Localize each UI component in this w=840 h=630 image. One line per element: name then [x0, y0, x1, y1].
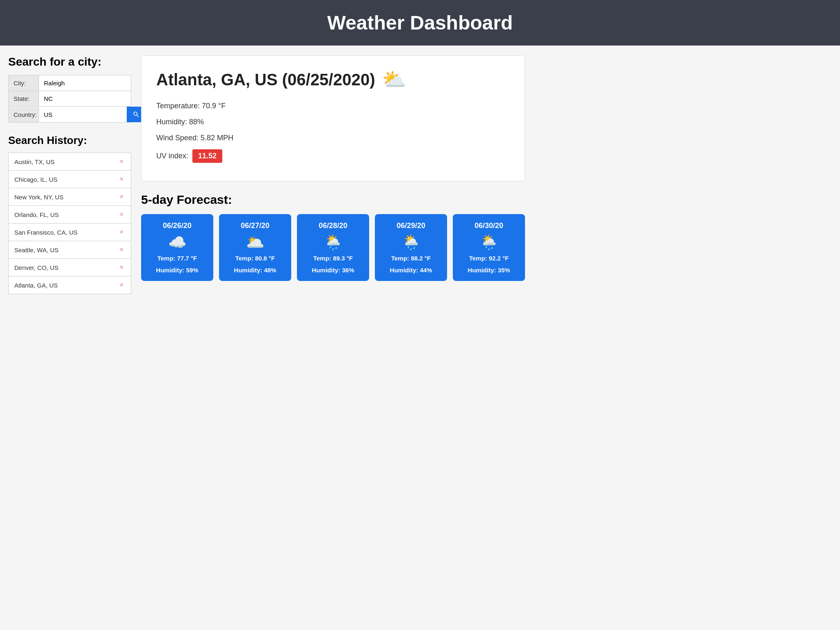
forecast-humidity: Humidity: 44% — [390, 267, 432, 274]
uv-label: UV index: — [156, 152, 188, 160]
city-name: Atlanta, GA, US (06/25/2020) — [156, 71, 375, 89]
city-header: Atlanta, GA, US (06/25/2020) ⛅ — [156, 68, 510, 91]
history-item-label: Seattle, WA, US — [14, 247, 59, 253]
forecast-icon: 🌦️ — [480, 235, 498, 250]
forecast-temp: Temp: 88.2 °F — [391, 255, 431, 262]
city-label: City: — [9, 75, 39, 91]
history-item-label: San Fransisco, CA, US — [14, 229, 78, 236]
forecast-temp: Temp: 92.2 °F — [469, 255, 509, 262]
history-item-label: New York, NY, US — [14, 194, 64, 201]
app-header: Weather Dashboard — [0, 0, 840, 46]
history-item[interactable]: Orlando, FL, US × — [8, 205, 131, 224]
history-remove-button[interactable]: × — [118, 158, 125, 165]
forecast-temp: Temp: 89.3 °F — [313, 255, 353, 262]
forecast-humidity: Humidity: 35% — [468, 267, 510, 274]
forecast-humidity: Humidity: 36% — [312, 267, 354, 274]
state-row: State: — [8, 91, 131, 107]
history-item[interactable]: New York, NY, US × — [8, 188, 131, 206]
forecast-temp: Temp: 80.8 °F — [235, 255, 275, 262]
country-label: Country: — [9, 107, 39, 122]
history-label: Search History: — [8, 134, 131, 147]
history-list: Austin, TX, US × Chicago, IL, US × New Y… — [8, 153, 131, 294]
history-item-label: Denver, CO, US — [14, 264, 59, 271]
history-remove-button[interactable]: × — [118, 176, 125, 183]
uv-index-row: UV index: 11.52 — [156, 149, 510, 163]
history-remove-button[interactable]: × — [118, 228, 125, 236]
current-weather-card: Atlanta, GA, US (06/25/2020) ⛅ Temperatu… — [141, 55, 525, 181]
forecast-date: 06/27/20 — [241, 221, 269, 230]
forecast-card: 06/27/20 🌥️ Temp: 80.8 °F Humidity: 48% — [219, 214, 291, 281]
app-title: Weather Dashboard — [8, 11, 832, 34]
forecast-icon: ☁️ — [168, 235, 187, 250]
forecast-humidity: Humidity: 59% — [156, 267, 198, 274]
country-input[interactable] — [39, 107, 127, 122]
forecast-date: 06/26/20 — [163, 221, 192, 230]
forecast-card: 06/29/20 🌦️ Temp: 88.2 °F Humidity: 44% — [375, 214, 447, 281]
main-content: Atlanta, GA, US (06/25/2020) ⛅ Temperatu… — [141, 55, 525, 294]
humidity: Humidity: 88% — [156, 117, 510, 127]
forecast-temp: Temp: 77.7 °F — [158, 255, 197, 262]
history-item[interactable]: Chicago, IL, US × — [8, 170, 131, 188]
city-input[interactable] — [39, 75, 131, 91]
history-item-label: Orlando, FL, US — [14, 211, 59, 218]
sidebar: Search for a city: City: State: Country: — [8, 55, 131, 294]
history-item-label: Atlanta, GA, US — [14, 282, 58, 289]
search-label: Search for a city: — [8, 55, 131, 68]
history-remove-button[interactable]: × — [118, 193, 125, 201]
forecast-card: 06/26/20 ☁️ Temp: 77.7 °F Humidity: 59% — [141, 214, 213, 281]
temperature: Temperature: 70.9 °F — [156, 101, 510, 111]
search-form: City: State: Country: — [8, 75, 131, 123]
state-label: State: — [9, 91, 39, 106]
current-weather-icon: ⛅ — [382, 68, 406, 91]
history-remove-button[interactable]: × — [118, 281, 125, 289]
history-remove-button[interactable]: × — [118, 211, 125, 218]
forecast-title: 5-day Forecast: — [141, 193, 525, 207]
uv-badge: 11.52 — [192, 149, 222, 163]
forecast-icon: 🌥️ — [246, 235, 265, 250]
history-item[interactable]: San Fransisco, CA, US × — [8, 223, 131, 241]
weather-details: Temperature: 70.9 °F Humidity: 88% Wind … — [156, 101, 510, 163]
state-input[interactable] — [39, 91, 131, 106]
forecast-card: 06/28/20 🌦️ Temp: 89.3 °F Humidity: 36% — [297, 214, 369, 281]
forecast-date: 06/30/20 — [475, 221, 503, 230]
history-item-label: Chicago, IL, US — [14, 176, 57, 183]
country-row: Country: — [8, 106, 131, 123]
search-icon — [132, 111, 140, 118]
history-item[interactable]: Denver, CO, US × — [8, 258, 131, 276]
forecast-card: 06/30/20 🌦️ Temp: 92.2 °F Humidity: 35% — [453, 214, 525, 281]
wind-speed: Wind Speed: 5.82 MPH — [156, 133, 510, 143]
forecast-date: 06/29/20 — [397, 221, 425, 230]
history-remove-button[interactable]: × — [118, 264, 125, 271]
forecast-cards: 06/26/20 ☁️ Temp: 77.7 °F Humidity: 59% … — [141, 214, 525, 281]
forecast-date: 06/28/20 — [319, 221, 347, 230]
forecast-section: 5-day Forecast: 06/26/20 ☁️ Temp: 77.7 °… — [141, 193, 525, 281]
history-remove-button[interactable]: × — [118, 246, 125, 253]
history-item[interactable]: Atlanta, GA, US × — [8, 276, 131, 294]
forecast-humidity: Humidity: 48% — [234, 267, 276, 274]
city-row: City: — [8, 75, 131, 91]
history-item[interactable]: Austin, TX, US × — [8, 153, 131, 171]
forecast-icon: 🌦️ — [324, 235, 342, 250]
history-item-label: Austin, TX, US — [14, 158, 55, 165]
forecast-icon: 🌦️ — [402, 235, 420, 250]
history-item[interactable]: Seattle, WA, US × — [8, 241, 131, 259]
